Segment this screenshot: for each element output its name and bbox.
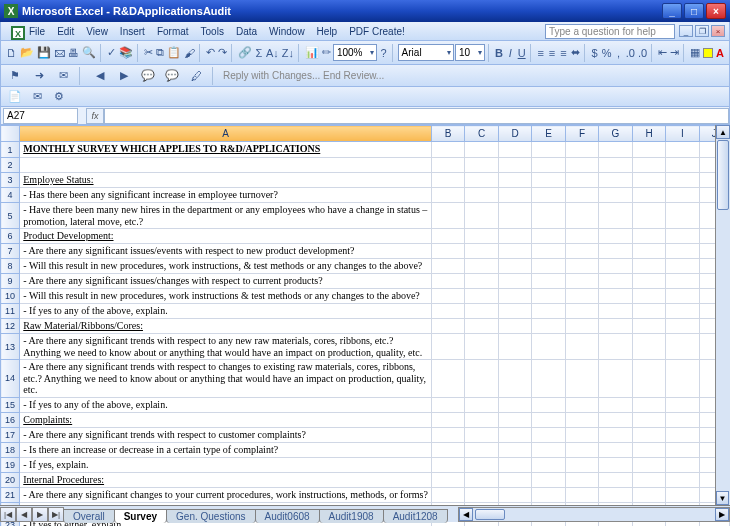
font-name-select[interactable]: Arial bbox=[398, 44, 454, 61]
cell-A5[interactable]: - Have there been many new hires in the … bbox=[20, 203, 432, 229]
underline-icon[interactable]: U bbox=[516, 43, 526, 63]
menu-file[interactable]: File bbox=[23, 24, 51, 39]
row-header-8[interactable]: 8 bbox=[1, 259, 20, 274]
help-icon[interactable]: ? bbox=[378, 43, 388, 63]
cell-G5[interactable] bbox=[599, 203, 633, 229]
paste-icon[interactable]: 📋 bbox=[166, 43, 182, 63]
cell-C5[interactable] bbox=[465, 203, 499, 229]
cell-G13[interactable] bbox=[599, 334, 633, 360]
cell-C20[interactable] bbox=[465, 472, 499, 487]
menu-data[interactable]: Data bbox=[230, 24, 263, 39]
cell-B1[interactable] bbox=[431, 142, 464, 158]
redo-icon[interactable]: ↷ bbox=[217, 43, 228, 63]
menu-pdf[interactable]: PDF Create! bbox=[343, 24, 411, 39]
row-header-10[interactable]: 10 bbox=[1, 289, 20, 304]
cell-H16[interactable] bbox=[632, 412, 666, 427]
cell-I2[interactable] bbox=[666, 158, 699, 173]
show-all-icon[interactable]: 💬 bbox=[162, 66, 182, 86]
scroll-down-arrow[interactable]: ▼ bbox=[716, 491, 729, 505]
inc-decimal-icon[interactable]: .0 bbox=[625, 43, 636, 63]
cell-C10[interactable] bbox=[465, 289, 499, 304]
cell-C16[interactable] bbox=[465, 412, 499, 427]
cell-A7[interactable]: - Are there any significant issues/event… bbox=[20, 244, 432, 259]
cell-B3[interactable] bbox=[431, 173, 464, 188]
cell-D14[interactable] bbox=[498, 360, 532, 398]
font-color-icon[interactable]: A bbox=[715, 43, 725, 63]
cell-G12[interactable] bbox=[599, 319, 633, 334]
cell-E19[interactable] bbox=[532, 457, 565, 472]
cell-E20[interactable] bbox=[532, 472, 565, 487]
sheet-tab-audit0608[interactable]: Audit0608 bbox=[255, 509, 320, 523]
cell-E13[interactable] bbox=[532, 334, 565, 360]
dec-indent-icon[interactable]: ⇤ bbox=[657, 43, 668, 63]
sheet-tab-audit1208[interactable]: Audit1208 bbox=[383, 509, 448, 523]
cell-G10[interactable] bbox=[599, 289, 633, 304]
row-header-13[interactable]: 13 bbox=[1, 334, 20, 360]
cell-H7[interactable] bbox=[632, 244, 666, 259]
cell-D12[interactable] bbox=[498, 319, 532, 334]
comma-icon[interactable]: , bbox=[613, 43, 623, 63]
permission-icon[interactable]: 🖂 bbox=[53, 43, 66, 63]
row-header-18[interactable]: 18 bbox=[1, 442, 20, 457]
cell-B5[interactable] bbox=[431, 203, 464, 229]
cell-F2[interactable] bbox=[565, 158, 598, 173]
inc-indent-icon[interactable]: ⇥ bbox=[669, 43, 680, 63]
cell-H10[interactable] bbox=[632, 289, 666, 304]
sheet-tab-gen-questions[interactable]: Gen. Questions bbox=[166, 509, 255, 523]
scroll-left-arrow[interactable]: ◀ bbox=[459, 508, 473, 521]
row-header-7[interactable]: 7 bbox=[1, 244, 20, 259]
scroll-up-arrow[interactable]: ▲ bbox=[716, 125, 730, 139]
cell-H6[interactable] bbox=[632, 229, 666, 244]
col-header-E[interactable]: E bbox=[532, 126, 565, 142]
italic-icon[interactable]: I bbox=[505, 43, 515, 63]
help-search-input[interactable]: Type a question for help bbox=[545, 24, 675, 39]
menu-format[interactable]: Format bbox=[151, 24, 195, 39]
cell-D6[interactable] bbox=[498, 229, 532, 244]
cell-B11[interactable] bbox=[431, 304, 464, 319]
menu-insert[interactable]: Insert bbox=[114, 24, 151, 39]
cell-F19[interactable] bbox=[565, 457, 598, 472]
cell-F15[interactable] bbox=[565, 397, 598, 412]
menu-edit[interactable]: Edit bbox=[51, 24, 80, 39]
cell-A9[interactable]: - Are there any significant issues/chang… bbox=[20, 274, 432, 289]
cell-G21[interactable] bbox=[599, 487, 633, 502]
cell-I5[interactable] bbox=[666, 203, 699, 229]
cell-D10[interactable] bbox=[498, 289, 532, 304]
v-scroll-thumb[interactable] bbox=[717, 140, 729, 210]
cell-H8[interactable] bbox=[632, 259, 666, 274]
hyperlink-icon[interactable]: 🔗 bbox=[237, 43, 253, 63]
cell-E4[interactable] bbox=[532, 188, 565, 203]
cell-I3[interactable] bbox=[666, 173, 699, 188]
doc-close-button[interactable]: × bbox=[711, 25, 725, 37]
cell-E1[interactable] bbox=[532, 142, 565, 158]
cell-A20[interactable]: Internal Procedures: bbox=[20, 472, 432, 487]
h-scroll-thumb[interactable] bbox=[475, 509, 505, 520]
row-header-14[interactable]: 14 bbox=[1, 360, 20, 398]
col-header-G[interactable]: G bbox=[599, 126, 633, 142]
cell-I9[interactable] bbox=[666, 274, 699, 289]
cell-I18[interactable] bbox=[666, 442, 699, 457]
cell-I21[interactable] bbox=[666, 487, 699, 502]
horizontal-scrollbar[interactable]: ◀ ▶ bbox=[458, 507, 730, 522]
cell-F16[interactable] bbox=[565, 412, 598, 427]
sort-desc-icon[interactable]: Z↓ bbox=[281, 43, 295, 63]
cell-E16[interactable] bbox=[532, 412, 565, 427]
cell-G6[interactable] bbox=[599, 229, 633, 244]
cell-F9[interactable] bbox=[565, 274, 598, 289]
cell-D2[interactable] bbox=[498, 158, 532, 173]
cell-F13[interactable] bbox=[565, 334, 598, 360]
cell-G19[interactable] bbox=[599, 457, 633, 472]
save-icon[interactable]: 💾 bbox=[36, 43, 52, 63]
name-box[interactable]: A27 bbox=[3, 108, 78, 124]
cell-H9[interactable] bbox=[632, 274, 666, 289]
cell-B15[interactable] bbox=[431, 397, 464, 412]
cell-G8[interactable] bbox=[599, 259, 633, 274]
cell-E10[interactable] bbox=[532, 289, 565, 304]
cell-G14[interactable] bbox=[599, 360, 633, 398]
cell-D11[interactable] bbox=[498, 304, 532, 319]
scroll-right-arrow[interactable]: ▶ bbox=[715, 508, 729, 521]
cell-H1[interactable] bbox=[632, 142, 666, 158]
cell-C12[interactable] bbox=[465, 319, 499, 334]
pdf-settings-icon[interactable]: ⚙ bbox=[49, 87, 69, 107]
cell-C6[interactable] bbox=[465, 229, 499, 244]
